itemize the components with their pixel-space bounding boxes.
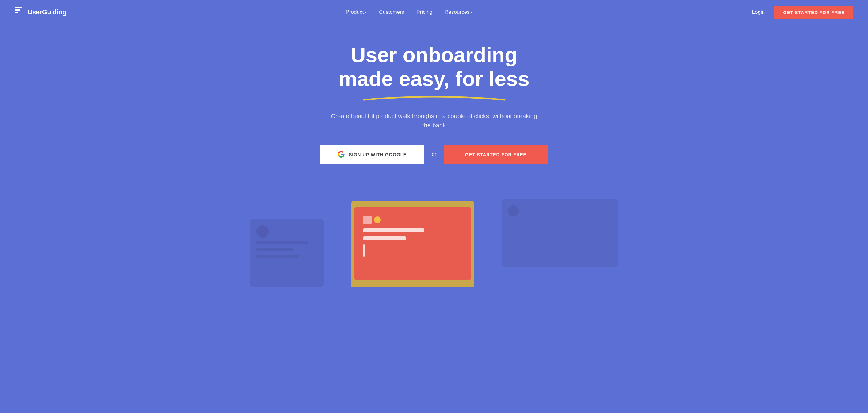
- card-container: [0, 182, 868, 286]
- center-card-line-2: [363, 236, 406, 240]
- center-card-line-3: [363, 244, 365, 256]
- center-card-line-1: [363, 229, 424, 232]
- right-side-card: [502, 199, 618, 267]
- center-card: [354, 207, 471, 280]
- or-divider: or: [432, 151, 436, 158]
- hero-title: User onboarding made easy, for less: [339, 43, 529, 91]
- underline-curve: [358, 93, 511, 102]
- cta-row: SIGN UP WITH GOOGLE or GET STARTED FOR F…: [320, 144, 548, 164]
- nav-link-resources[interactable]: Resources ▾: [444, 9, 472, 15]
- hero-subtitle: Create beautiful product walkthroughs in…: [327, 111, 541, 130]
- get-started-hero-button[interactable]: GET STARTED FOR FREE: [444, 144, 548, 164]
- logo-name: UserGuiding: [28, 8, 66, 16]
- get-started-nav-button[interactable]: GET STARTED FOR FREE: [774, 5, 853, 19]
- logo[interactable]: UserGuiding: [15, 7, 66, 18]
- left-card-line-3: [256, 255, 299, 258]
- chevron-down-icon: ▾: [365, 10, 367, 14]
- nav-item-pricing[interactable]: Pricing: [416, 9, 432, 15]
- logo-icon: [15, 7, 25, 18]
- nav-link-pricing[interactable]: Pricing: [416, 9, 432, 15]
- center-stack: [330, 207, 495, 286]
- circle-shape: [374, 216, 381, 223]
- nav-item-product[interactable]: Product ▾: [346, 9, 367, 15]
- google-signup-button[interactable]: SIGN UP WITH GOOGLE: [320, 144, 424, 164]
- login-link[interactable]: Login: [752, 9, 765, 15]
- left-card-line-1: [256, 241, 308, 244]
- left-card-line-2: [256, 248, 293, 251]
- nav-link-customers[interactable]: Customers: [379, 9, 404, 15]
- navbar: UserGuiding Product ▾ Customers Pricing …: [0, 0, 868, 25]
- right-card-icon: [508, 205, 519, 216]
- nav-item-customers[interactable]: Customers: [379, 9, 404, 15]
- chevron-down-icon-2: ▾: [471, 10, 473, 14]
- left-card-icon: [256, 225, 269, 238]
- center-card-shapes: [363, 215, 381, 224]
- nav-right: Login GET STARTED FOR FREE: [752, 5, 853, 19]
- hero-section: User onboarding made easy, for less Crea…: [0, 25, 868, 182]
- left-side-card: [250, 219, 324, 286]
- center-card-top: [363, 215, 462, 224]
- nav-item-resources[interactable]: Resources ▾: [444, 9, 472, 15]
- google-icon: [338, 151, 345, 158]
- rect-shape: [363, 215, 372, 224]
- illustration-area: [0, 182, 868, 286]
- nav-links: Product ▾ Customers Pricing Resources ▾: [346, 9, 473, 15]
- nav-link-product[interactable]: Product ▾: [346, 9, 367, 15]
